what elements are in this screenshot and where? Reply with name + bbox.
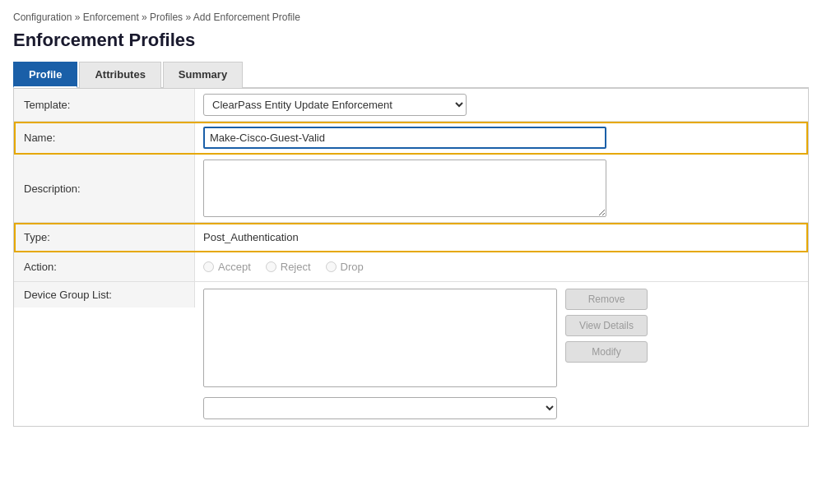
description-label: Description: <box>14 155 195 222</box>
page-title: Enforcement Profiles <box>13 30 809 51</box>
name-row: Name: <box>14 122 808 155</box>
view-details-button[interactable]: View Details <box>565 315 648 336</box>
name-input[interactable] <box>203 127 606 149</box>
tab-profile[interactable]: Profile <box>13 62 77 88</box>
action-reject-label: Reject <box>266 261 311 273</box>
action-reject-radio[interactable] <box>266 261 276 272</box>
breadcrumb: Configuration » Enforcement » Profiles »… <box>13 12 809 23</box>
tabs-bar: Profile Attributes Summary <box>13 61 809 89</box>
device-buttons: Remove View Details Modify <box>565 289 648 363</box>
name-label: Name: <box>14 122 195 154</box>
description-row: Description: <box>14 155 808 223</box>
action-control: Accept Reject Drop <box>195 252 808 281</box>
action-label: Action: <box>14 252 195 281</box>
device-group-row: Device Group List: Remove View Details M… <box>14 282 808 426</box>
template-row: Template: ClearPass Entity Update Enforc… <box>14 89 808 122</box>
device-group-control: Remove View Details Modify <box>195 282 656 426</box>
type-value: Post_Authentication <box>203 231 299 243</box>
page-wrapper: Configuration » Enforcement » Profiles »… <box>0 0 822 443</box>
type-control: Post_Authentication <box>195 223 808 252</box>
template-label: Template: <box>14 89 195 121</box>
type-label: Type: <box>14 223 195 252</box>
device-list-dropdown[interactable] <box>203 397 557 419</box>
remove-button[interactable]: Remove <box>565 289 648 310</box>
action-drop-radio[interactable] <box>326 261 337 272</box>
tab-summary[interactable]: Summary <box>163 62 243 88</box>
action-accept-label: Accept <box>203 261 251 273</box>
type-row: Type: Post_Authentication <box>14 223 808 252</box>
name-control <box>195 122 808 154</box>
device-list-box <box>203 289 557 387</box>
device-group-label: Device Group List: <box>14 282 195 307</box>
modify-button[interactable]: Modify <box>565 341 648 363</box>
template-control: ClearPass Entity Update Enforcement <box>195 89 808 121</box>
tab-attributes[interactable]: Attributes <box>79 62 160 88</box>
form-area: Template: ClearPass Entity Update Enforc… <box>13 89 809 427</box>
description-textarea[interactable] <box>203 160 606 217</box>
template-select[interactable]: ClearPass Entity Update Enforcement <box>203 94 467 116</box>
action-radio-group: Accept Reject Drop <box>203 261 364 273</box>
action-drop-label: Drop <box>326 261 364 273</box>
action-accept-radio[interactable] <box>203 261 214 272</box>
action-row: Action: Accept Reject Drop <box>14 252 808 282</box>
description-control <box>195 155 808 222</box>
